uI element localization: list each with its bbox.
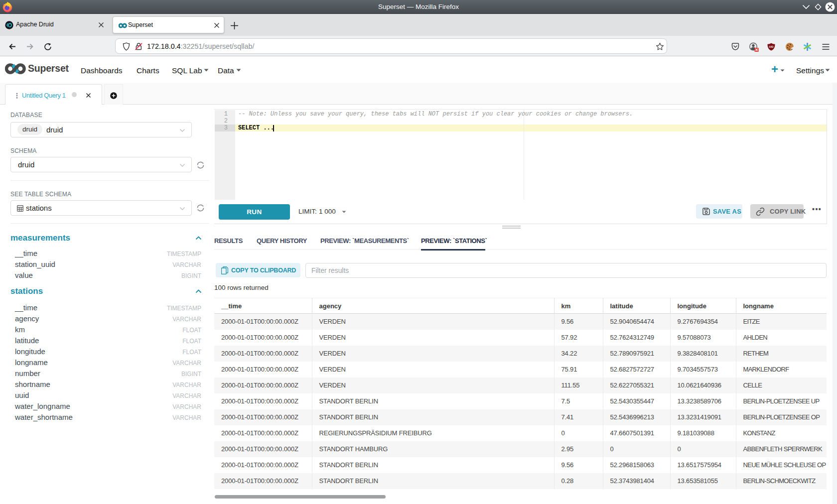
svg-text:UO: UO bbox=[769, 45, 774, 48]
